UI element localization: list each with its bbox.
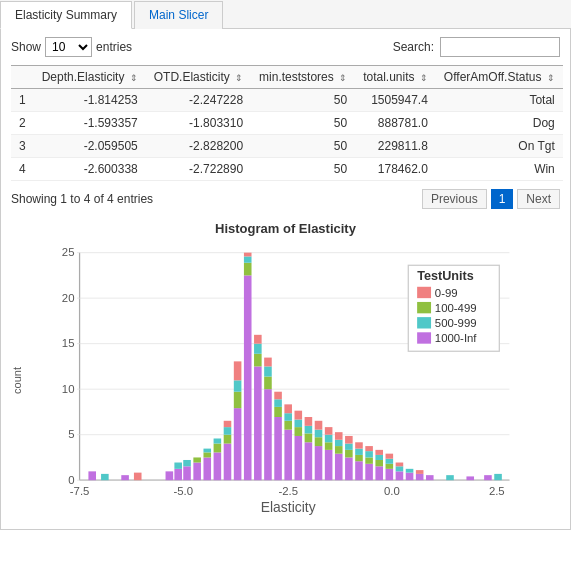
- cell-otd: -2.247228: [146, 89, 251, 112]
- cell-totalunits: 229811.8: [355, 135, 436, 158]
- svg-text:0: 0: [68, 474, 74, 486]
- svg-rect-108: [406, 473, 414, 481]
- show-label: Show: [11, 40, 41, 54]
- svg-rect-68: [295, 411, 303, 420]
- entries-label: entries: [96, 40, 132, 54]
- svg-rect-84: [335, 432, 343, 440]
- svg-rect-41: [234, 408, 242, 480]
- svg-rect-47: [244, 256, 252, 262]
- svg-rect-103: [386, 459, 394, 464]
- table-body: 1 -1.814253 -2.247228 50 1505947.4 Total…: [11, 89, 563, 181]
- svg-rect-99: [375, 455, 383, 460]
- svg-rect-39: [224, 427, 232, 435]
- svg-rect-88: [345, 436, 353, 444]
- svg-rect-25: [174, 469, 182, 480]
- histogram-svg: 0 5 10 15 20 25: [29, 240, 560, 518]
- svg-rect-67: [295, 420, 303, 428]
- svg-rect-22: [121, 475, 129, 480]
- svg-rect-123: [417, 317, 431, 328]
- tab-bar: Elasticity Summary Main Slicer: [0, 0, 571, 29]
- svg-rect-81: [335, 454, 343, 481]
- svg-rect-57: [274, 417, 282, 480]
- svg-rect-38: [224, 435, 232, 444]
- cell-depth: -2.600338: [34, 158, 146, 181]
- cell-mints: 50: [251, 112, 355, 135]
- entries-select[interactable]: 10 25 50 100: [45, 37, 92, 57]
- svg-rect-91: [355, 449, 363, 455]
- svg-rect-107: [396, 463, 404, 467]
- cell-rownum: 2: [11, 112, 34, 135]
- svg-rect-96: [365, 446, 373, 451]
- svg-rect-34: [214, 452, 222, 480]
- table-row: 3 -2.059505 -2.828200 50 229811.8 On Tgt: [11, 135, 563, 158]
- cell-depth: -1.593357: [34, 112, 146, 135]
- previous-button[interactable]: Previous: [422, 189, 487, 209]
- svg-rect-93: [365, 464, 373, 480]
- table-row: 2 -1.593357 -1.803310 50 888781.0 Dog: [11, 112, 563, 135]
- svg-rect-110: [416, 474, 424, 480]
- svg-rect-113: [446, 475, 454, 480]
- svg-text:2.5: 2.5: [489, 485, 505, 497]
- svg-rect-60: [274, 392, 282, 400]
- svg-text:1000-Inf: 1000-Inf: [435, 332, 478, 344]
- svg-rect-23: [134, 473, 142, 481]
- col-header-otd[interactable]: OTD.Elasticity ⇕: [146, 66, 251, 89]
- svg-text:0-99: 0-99: [435, 287, 458, 299]
- svg-rect-51: [254, 344, 262, 354]
- data-table: Depth.Elasticity ⇕ OTD.Elasticity ⇕ min.…: [11, 65, 563, 181]
- svg-rect-54: [264, 377, 272, 390]
- search-input[interactable]: [440, 37, 560, 57]
- main-content: Show 10 25 50 100 entries Search: Depth.…: [0, 29, 571, 530]
- sort-icon-mints: ⇕: [339, 73, 347, 83]
- svg-rect-86: [345, 450, 353, 458]
- svg-rect-97: [375, 466, 383, 480]
- svg-rect-33: [203, 449, 211, 453]
- svg-rect-77: [325, 450, 333, 480]
- svg-rect-55: [264, 366, 272, 376]
- cell-status: Dog: [436, 112, 563, 135]
- cell-status: Win: [436, 158, 563, 181]
- cell-depth: -1.814253: [34, 89, 146, 112]
- svg-rect-98: [375, 460, 383, 466]
- svg-rect-109: [406, 469, 414, 473]
- table-row: 1 -1.814253 -2.247228 50 1505947.4 Total: [11, 89, 563, 112]
- svg-text:20: 20: [62, 292, 75, 304]
- svg-rect-95: [365, 451, 373, 457]
- cell-rownum: 3: [11, 135, 34, 158]
- table-header-row: Depth.Elasticity ⇕ OTD.Elasticity ⇕ min.…: [11, 66, 563, 89]
- svg-rect-52: [254, 335, 262, 344]
- col-header-depth[interactable]: Depth.Elasticity ⇕: [34, 66, 146, 89]
- svg-rect-105: [396, 471, 404, 480]
- cell-status: Total: [436, 89, 563, 112]
- cell-status: On Tgt: [436, 135, 563, 158]
- col-header-totalunits[interactable]: total.units ⇕: [355, 66, 436, 89]
- tab-main-slicer[interactable]: Main Slicer: [134, 1, 223, 29]
- svg-text:-7.5: -7.5: [70, 485, 90, 497]
- svg-rect-102: [386, 464, 394, 469]
- svg-rect-111: [416, 470, 424, 474]
- show-entries-control: Show 10 25 50 100 entries: [11, 37, 132, 57]
- tab-elasticity-summary[interactable]: Elasticity Summary: [0, 1, 132, 29]
- table-footer: Showing 1 to 4 of 4 entries Previous 1 N…: [11, 189, 560, 209]
- svg-rect-59: [274, 399, 282, 407]
- col-header-mints[interactable]: min.teststores ⇕: [251, 66, 355, 89]
- svg-text:10: 10: [62, 383, 75, 395]
- svg-rect-79: [325, 435, 333, 443]
- svg-text:-5.0: -5.0: [173, 485, 193, 497]
- svg-rect-35: [214, 444, 222, 453]
- svg-rect-44: [234, 361, 242, 380]
- chart-title: Histogram of Elasticity: [11, 221, 560, 236]
- svg-text:5: 5: [68, 428, 74, 440]
- table-row: 4 -2.600338 -2.722890 50 178462.0 Win: [11, 158, 563, 181]
- current-page[interactable]: 1: [491, 189, 514, 209]
- svg-text:TestUnits: TestUnits: [417, 269, 474, 283]
- search-label: Search:: [393, 40, 434, 54]
- svg-rect-36: [214, 438, 222, 443]
- next-button[interactable]: Next: [517, 189, 560, 209]
- cell-totalunits: 178462.0: [355, 158, 436, 181]
- svg-rect-63: [284, 413, 292, 421]
- cell-rownum: 1: [11, 89, 34, 112]
- svg-rect-26: [174, 463, 182, 469]
- col-header-status[interactable]: OfferAmOff.Status ⇕: [436, 66, 563, 89]
- cell-mints: 50: [251, 135, 355, 158]
